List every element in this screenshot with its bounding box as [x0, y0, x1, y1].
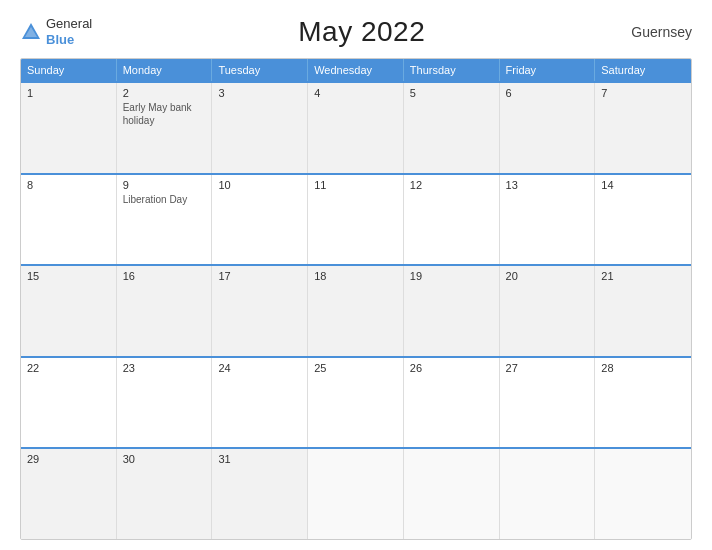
calendar-page: General Blue May 2022 Guernsey Sunday Mo…	[0, 0, 712, 550]
table-row: 7	[595, 83, 691, 173]
table-row: 16	[117, 266, 213, 356]
table-row: 31	[212, 449, 308, 539]
table-row: 12	[404, 175, 500, 265]
week-row-1: 1 2Early May bankholiday 3 4 5 6 7	[21, 81, 691, 173]
table-row	[308, 449, 404, 539]
table-row: 29	[21, 449, 117, 539]
table-row: 24	[212, 358, 308, 448]
header-wednesday: Wednesday	[308, 59, 404, 81]
page-header: General Blue May 2022 Guernsey	[20, 16, 692, 48]
table-row: 20	[500, 266, 596, 356]
table-row	[404, 449, 500, 539]
table-row: 6	[500, 83, 596, 173]
table-row: 17	[212, 266, 308, 356]
calendar-body: 1 2Early May bankholiday 3 4 5 6 7 8 9Li…	[21, 81, 691, 539]
week-row-3: 15 16 17 18 19 20 21	[21, 264, 691, 356]
table-row: 5	[404, 83, 500, 173]
calendar-grid: Sunday Monday Tuesday Wednesday Thursday…	[20, 58, 692, 540]
table-row: 28	[595, 358, 691, 448]
header-monday: Monday	[117, 59, 213, 81]
table-row: 30	[117, 449, 213, 539]
header-tuesday: Tuesday	[212, 59, 308, 81]
table-row: 4	[308, 83, 404, 173]
table-row: 8	[21, 175, 117, 265]
table-row: 22	[21, 358, 117, 448]
header-thursday: Thursday	[404, 59, 500, 81]
region-label: Guernsey	[631, 24, 692, 40]
table-row: 1	[21, 83, 117, 173]
header-saturday: Saturday	[595, 59, 691, 81]
table-row	[500, 449, 596, 539]
table-row: 23	[117, 358, 213, 448]
week-row-5: 29 30 31	[21, 447, 691, 539]
header-sunday: Sunday	[21, 59, 117, 81]
table-row: 19	[404, 266, 500, 356]
table-row: 9Liberation Day	[117, 175, 213, 265]
table-row: 3	[212, 83, 308, 173]
table-row: 15	[21, 266, 117, 356]
table-row: 14	[595, 175, 691, 265]
table-row: 21	[595, 266, 691, 356]
week-row-4: 22 23 24 25 26 27 28	[21, 356, 691, 448]
logo-blue-text: Blue	[46, 32, 92, 48]
table-row: 13	[500, 175, 596, 265]
table-row: 10	[212, 175, 308, 265]
logo-general-text: General	[46, 16, 92, 32]
header-friday: Friday	[500, 59, 596, 81]
table-row	[595, 449, 691, 539]
logo-icon	[20, 21, 42, 43]
logo: General Blue	[20, 16, 92, 47]
table-row: 27	[500, 358, 596, 448]
week-row-2: 8 9Liberation Day 10 11 12 13 14	[21, 173, 691, 265]
table-row: 11	[308, 175, 404, 265]
table-row: 25	[308, 358, 404, 448]
calendar-title: May 2022	[298, 16, 425, 48]
calendar-header: Sunday Monday Tuesday Wednesday Thursday…	[21, 59, 691, 81]
table-row: 2Early May bankholiday	[117, 83, 213, 173]
table-row: 26	[404, 358, 500, 448]
table-row: 18	[308, 266, 404, 356]
